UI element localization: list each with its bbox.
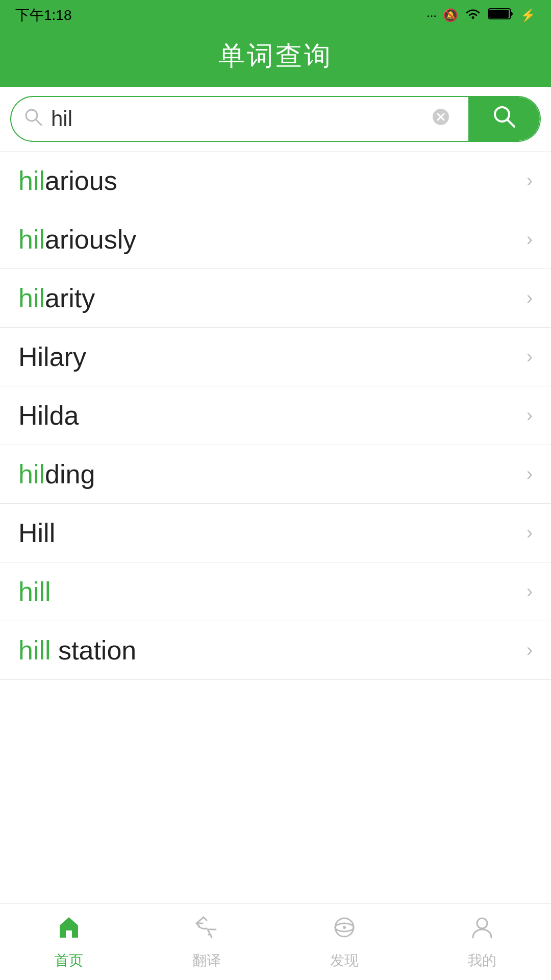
home-icon — [56, 914, 82, 947]
charging-icon: ⚡ — [520, 8, 536, 22]
status-bar: 下午1:18 ··· 🔕 ⚡ — [0, 0, 551, 31]
list-item[interactable]: hilariously › — [0, 210, 551, 269]
list-item[interactable]: hilding › — [0, 445, 551, 504]
page-title: 单词查询 — [218, 38, 333, 74]
list-item[interactable]: Hill › — [0, 504, 551, 562]
chevron-right-icon: › — [527, 405, 533, 426]
result-word: hill — [18, 576, 51, 607]
result-word: hill station — [18, 635, 136, 666]
search-container — [0, 87, 551, 152]
result-word: Hilda — [18, 400, 79, 431]
svg-line-8 — [507, 119, 514, 127]
chevron-right-icon: › — [527, 287, 533, 309]
nav-item-home[interactable]: 首页 — [0, 904, 138, 980]
result-word: hilarious — [18, 165, 117, 196]
chevron-right-icon: › — [527, 346, 533, 368]
clear-button[interactable] — [425, 108, 456, 131]
search-button-icon — [491, 103, 517, 135]
svg-point-11 — [343, 926, 346, 929]
list-item[interactable]: hill station › — [0, 621, 551, 680]
search-bar — [10, 96, 541, 142]
list-item[interactable]: Hilda › — [0, 386, 551, 445]
status-time: 下午1:18 — [15, 6, 72, 25]
list-item[interactable]: hilarious › — [0, 152, 551, 210]
search-input-wrapper — [11, 107, 468, 131]
signal-icon: ··· — [427, 8, 437, 22]
result-word: hilarity — [18, 283, 95, 313]
result-word: hilariously — [18, 224, 136, 255]
nav-label-discover: 发现 — [330, 951, 359, 970]
nav-label-translate: 翻译 — [192, 951, 221, 970]
chevron-right-icon: › — [527, 581, 533, 602]
list-item[interactable]: Hilary › — [0, 328, 551, 386]
chevron-right-icon: › — [527, 522, 533, 544]
svg-line-3 — [36, 119, 41, 125]
status-icons: ··· 🔕 ⚡ — [427, 7, 536, 24]
nav-item-translate[interactable]: 翻译 — [138, 904, 276, 980]
chevron-right-icon: › — [527, 229, 533, 250]
chevron-right-icon: › — [527, 463, 533, 485]
mute-icon: 🔕 — [443, 8, 458, 22]
list-item[interactable]: hill › — [0, 562, 551, 621]
nav-label-home: 首页 — [55, 951, 83, 970]
profile-icon — [469, 914, 495, 947]
results-list: hilarious › hilariously › hilarity › Hil… — [0, 152, 551, 680]
search-icon — [23, 107, 43, 131]
nav-item-profile[interactable]: 我的 — [413, 904, 551, 980]
header: 单词查询 — [0, 31, 551, 87]
chevron-right-icon: › — [527, 640, 533, 661]
battery-icon — [488, 7, 514, 24]
wifi-icon — [464, 7, 482, 24]
bottom-nav: 首页 翻译 发现 我的 — [0, 903, 551, 980]
result-word: Hill — [18, 518, 55, 548]
result-word: Hilary — [18, 341, 86, 372]
svg-rect-1 — [489, 10, 509, 18]
nav-label-profile: 我的 — [468, 951, 496, 970]
result-word: hilding — [18, 459, 95, 489]
search-button[interactable] — [468, 97, 540, 141]
search-input[interactable] — [51, 107, 417, 131]
list-item[interactable]: hilarity › — [0, 269, 551, 328]
svg-point-12 — [477, 918, 487, 928]
chevron-right-icon: › — [527, 170, 533, 191]
nav-item-discover[interactable]: 发现 — [276, 904, 413, 980]
translate-icon — [193, 914, 220, 947]
discover-icon — [331, 914, 358, 947]
